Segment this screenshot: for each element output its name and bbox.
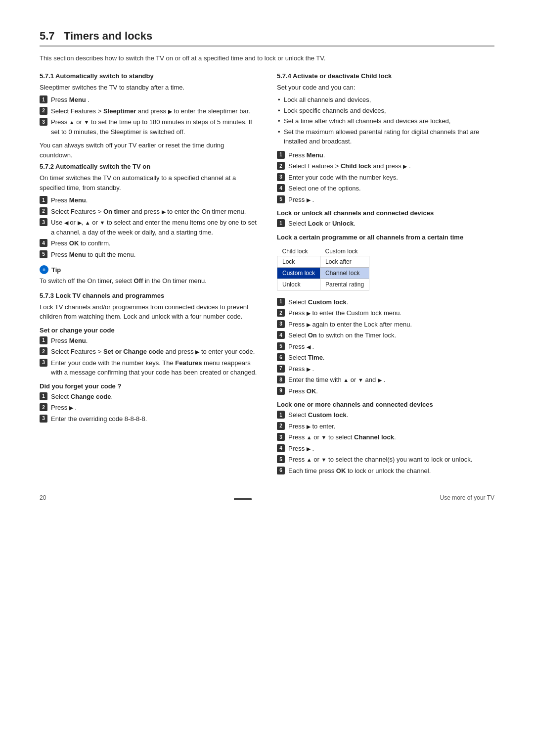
- step-item: 1 Press Menu.: [40, 336, 257, 346]
- step-item: 2 Press to enter the Custom lock menu.: [277, 308, 494, 318]
- step-number: 3: [277, 320, 285, 328]
- subsection-574: 5.7.4 Activate or deactivate Child lock …: [277, 72, 494, 476]
- step-item: 1 Select Custom lock.: [277, 297, 494, 307]
- step-number: 2: [277, 309, 285, 317]
- subsection-573: 5.7.3 Lock TV channels and programmes Lo…: [40, 292, 257, 424]
- step-item: 7 Press .: [277, 364, 494, 374]
- step-item: 8 Enter the time with or and .: [277, 375, 494, 385]
- step-number: 7: [277, 365, 285, 373]
- step-text: Select Time.: [288, 353, 494, 363]
- step-text: Select Features > Set or Change code and…: [51, 347, 257, 357]
- step-text: Press .: [288, 342, 494, 352]
- page-footer: 20 Use more of your TV: [40, 494, 494, 501]
- left-column: 5.7.1 Automatically switch to standby Sl…: [40, 72, 257, 480]
- step-text: Use or , or to select and enter the menu…: [51, 218, 257, 237]
- step-number: 4: [277, 184, 285, 192]
- step-item: 3 Enter your code with the number keys.: [277, 173, 494, 183]
- step-text: Select Custom lock.: [288, 297, 494, 307]
- table-cell-highlighted: Channel lock: [320, 267, 369, 279]
- set-code-heading: Set or change your code: [40, 327, 257, 334]
- step-text: Press or to select the channel(s) you wa…: [288, 455, 494, 465]
- subsection-572: 5.7.2 Automatically switch the TV on On …: [40, 163, 257, 286]
- step-item: 5 Press Menu to quit the menu.: [40, 250, 257, 260]
- footer-right-text: Use more of your TV: [440, 494, 494, 501]
- step-number: 8: [277, 376, 285, 383]
- step-item: 5 Press .: [277, 342, 494, 352]
- step-item: 2 Press to enter.: [277, 422, 494, 431]
- step-number: 9: [277, 387, 285, 395]
- step-number: 3: [277, 433, 285, 441]
- subsection-571-steps: 1 Press Menu . 2 Select Features > Sleep…: [40, 95, 257, 137]
- step-number: 1: [40, 336, 47, 344]
- step-number: 2: [40, 207, 47, 215]
- subsection-571-note: You can always switch off your TV earlie…: [40, 141, 257, 160]
- forgot-code-heading: Did you forget your code ?: [40, 382, 257, 390]
- step-item: 2 Press .: [40, 403, 257, 413]
- step-number: 1: [277, 298, 285, 306]
- bullet-item: Set a time after which all channels and …: [277, 116, 494, 126]
- step-text: Select Features > Child lock and press .: [288, 161, 494, 171]
- step-text: Press .: [288, 364, 494, 374]
- step-item: 3 Press or to select Channel lock.: [277, 432, 494, 442]
- step-number: 6: [277, 353, 285, 361]
- subsection-571-title: 5.7.1 Automatically switch to standby: [40, 72, 257, 80]
- tip-label: Tip: [51, 266, 61, 274]
- step-text: Press Menu .: [51, 95, 257, 105]
- bullet-item: Lock all channels and devices,: [277, 95, 494, 105]
- step-text: Select On to switch on the Timer lock.: [288, 331, 494, 340]
- step-number: 5: [277, 455, 285, 463]
- step-number: 6: [277, 467, 285, 474]
- bullet-item: Lock specific channels and devices,: [277, 106, 494, 116]
- step-text: Press Menu.: [51, 336, 257, 346]
- set-code-steps: 1 Press Menu. 2 Select Features > Set or…: [40, 336, 257, 378]
- step-item: 3 Press again to enter the Lock after me…: [277, 320, 494, 330]
- step-number: 1: [277, 151, 285, 159]
- subsection-572-intro: On timer switches the TV on automaticall…: [40, 173, 257, 192]
- step-text: Select Custom lock.: [288, 410, 494, 420]
- step-item: 5 Press or to select the channel(s) you …: [277, 455, 494, 465]
- table-cell-selected: Custom lock: [277, 267, 320, 279]
- forgot-code-steps: 1 Select Change code. 2 Press . 3 Enter …: [40, 392, 257, 424]
- step-number: 1: [277, 219, 285, 227]
- tip-icon: +: [40, 265, 48, 274]
- section-title: 5.7 Timers and locks: [40, 30, 494, 47]
- step-item: 1 Select Change code.: [40, 392, 257, 402]
- subsection-572-steps: 1 Press Menu. 2 Select Features > On tim…: [40, 195, 257, 259]
- table-row: Custom lock Channel lock: [277, 267, 369, 279]
- step-item: 6 Select Time.: [277, 353, 494, 363]
- step-text: Select one of the options.: [288, 184, 494, 193]
- step-text: Press Menu.: [51, 195, 257, 205]
- table-cell: Unlock: [277, 279, 320, 290]
- step-text: Enter your code with the number keys.: [288, 173, 494, 183]
- right-column: 5.7.4 Activate or deactivate Child lock …: [277, 72, 494, 480]
- channel-lock-steps: 1 Select Custom lock. 2 Press to enter. …: [277, 410, 494, 475]
- subsection-572-title: 5.7.2 Automatically switch the TV on: [40, 163, 257, 170]
- table-row: Lock Lock after: [277, 256, 369, 267]
- step-number: 4: [40, 239, 47, 247]
- step-text: Press .: [51, 403, 257, 413]
- table-cell: Lock after: [320, 256, 369, 267]
- step-number: 5: [277, 195, 285, 203]
- step-number: 2: [277, 162, 285, 170]
- step-text: Select Lock or Unlock.: [288, 219, 494, 229]
- table-row: Unlock Parental rating: [277, 279, 369, 290]
- step-text: Press to enter the Custom lock menu.: [288, 308, 494, 318]
- section-heading: Timers and locks: [64, 30, 152, 42]
- bullet-item: Set the maximum allowed parental rating …: [277, 127, 494, 146]
- step-item: 2 Select Features > On timer and press t…: [40, 207, 257, 217]
- subsection-571: 5.7.1 Automatically switch to standby Sl…: [40, 72, 257, 160]
- step-item: 3 Enter the overriding code 8-8-8-8.: [40, 414, 257, 424]
- subsection-574-bullets: Lock all channels and devices, Lock spec…: [277, 95, 494, 146]
- step-text: Press .: [288, 444, 494, 454]
- step-number: 2: [40, 403, 47, 411]
- subsection-574-intro: Set your code and you can:: [277, 83, 494, 93]
- step-number: 3: [40, 415, 47, 423]
- subsection-574-steps: 1 Press Menu. 2 Select Features > Child …: [277, 150, 494, 205]
- step-number: 1: [40, 95, 47, 103]
- step-item: 4 Press OK to confirm.: [40, 238, 257, 248]
- table-cell: Parental rating: [320, 279, 369, 290]
- step-number: 3: [40, 218, 47, 226]
- step-item: 1 Press Menu.: [40, 195, 257, 205]
- step-text: Press Menu to quit the menu.: [51, 250, 257, 260]
- step-number: 4: [277, 444, 285, 452]
